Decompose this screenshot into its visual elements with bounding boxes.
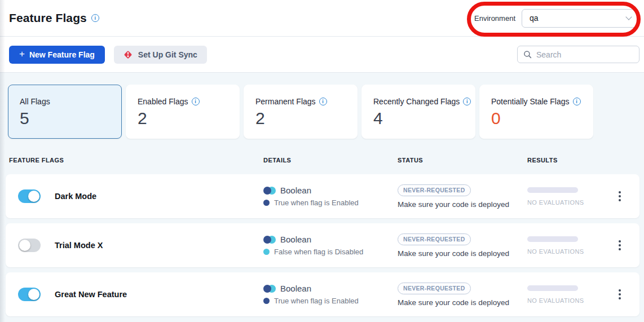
status-badge: NEVER-REQUESTED (398, 233, 471, 245)
flag-name[interactable]: Dark Mode (55, 192, 96, 201)
flag-toggle[interactable] (18, 189, 41, 203)
toolbar: + New Feature Flag Set Up Git Sync (0, 37, 644, 73)
page-header: Feature Flags Environment qa (0, 0, 644, 37)
status-cell: NEVER-REQUESTED Make sure your code is d… (398, 283, 527, 307)
flag-type: Boolean (263, 186, 398, 195)
page-title: Feature Flags (9, 11, 87, 25)
info-icon[interactable] (573, 98, 581, 105)
column-header-results: RESULTS (527, 157, 635, 164)
flag-name[interactable]: Great New Feature (55, 290, 127, 299)
stat-label: Permanent Flags (255, 97, 357, 106)
stat-value: 2 (255, 109, 357, 128)
value-dot-icon (263, 200, 270, 206)
status-text: Make sure your code is deployed (398, 298, 527, 307)
feature-flags-page: Feature Flags Environment qa + New Featu… (0, 0, 644, 322)
stat-card-permanent-flags[interactable]: Permanent Flags 2 (244, 85, 358, 139)
boolean-type-icon (263, 187, 276, 195)
flag-cell: Great New Feature (18, 288, 263, 301)
results-progress-bar (527, 187, 578, 193)
column-header-details: DETAILS (263, 157, 398, 164)
status-badge: NEVER-REQUESTED (398, 184, 471, 196)
stats-cards: All Flags 5 Enabled Flags 2 Permanent Fl… (8, 85, 644, 139)
search-icon (523, 50, 532, 59)
results-progress-bar (527, 285, 578, 291)
flag-toggle[interactable] (18, 239, 41, 252)
status-cell: NEVER-REQUESTED Make sure your code is d… (398, 233, 527, 258)
feature-flag-list: Dark Mode Boolean True when flag is Enab… (6, 174, 639, 316)
value-dot-icon (263, 249, 270, 255)
stat-value: 5 (20, 109, 121, 128)
details-cell: Boolean True when flag is Enabled (263, 186, 398, 207)
value-dot-icon (263, 298, 270, 304)
title-wrap: Feature Flags (9, 11, 99, 25)
stat-label: Enabled Flags (138, 97, 239, 106)
results-progress-bar (527, 236, 578, 242)
info-icon[interactable] (91, 14, 99, 22)
status-text: Make sure your code is deployed (398, 249, 527, 258)
flag-toggle[interactable] (18, 288, 41, 301)
table-row: Great New Feature Boolean True when flag… (6, 272, 639, 316)
flag-rule: False when flag is Disabled (263, 248, 398, 256)
flag-cell: Trial Mode X (18, 239, 263, 252)
boolean-type-icon (263, 285, 276, 293)
git-sync-label: Set Up Git Sync (138, 50, 197, 59)
status-badge: NEVER-REQUESTED (398, 283, 471, 294)
stat-value: 0 (491, 109, 593, 128)
info-icon[interactable] (192, 98, 200, 105)
flag-rule: True when flag is Enabled (263, 199, 398, 207)
search-input[interactable] (536, 50, 633, 59)
git-sync-button[interactable]: Set Up Git Sync (114, 46, 207, 64)
search-box (517, 46, 639, 63)
details-cell: Boolean True when flag is Enabled (263, 284, 398, 305)
table-row: Dark Mode Boolean True when flag is Enab… (6, 174, 639, 218)
stat-card-enabled-flags[interactable]: Enabled Flags 2 (126, 85, 240, 139)
environment-select[interactable]: qa (522, 9, 639, 28)
results-cell: NO EVALUATIONS (527, 236, 616, 255)
column-header-status: STATUS (398, 157, 527, 164)
stat-label: Potentially Stale Flags (491, 97, 593, 106)
flag-cell: Dark Mode (18, 189, 263, 203)
flag-rule: True when flag is Enabled (263, 297, 398, 305)
table-row: Trial Mode X Boolean False when flag is … (6, 223, 639, 267)
details-cell: Boolean False when flag is Disabled (263, 235, 398, 256)
boolean-type-icon (263, 236, 276, 244)
results-cell: NO EVALUATIONS (527, 285, 616, 304)
results-text: NO EVALUATIONS (527, 248, 616, 255)
column-header-feature-flags: FEATURE FLAGS (9, 157, 263, 164)
row-menu-kebab-icon[interactable] (616, 238, 624, 253)
results-text: NO EVALUATIONS (527, 297, 616, 304)
chevron-down-icon (625, 14, 632, 20)
environment-label: Environment (474, 14, 515, 23)
flag-type: Boolean (263, 284, 398, 293)
git-icon (123, 50, 133, 59)
stat-card-recently-changed-flags[interactable]: Recently Changed Flags 4 (361, 85, 475, 139)
info-icon[interactable] (319, 98, 327, 105)
environment-value: qa (530, 14, 539, 23)
row-menu-kebab-icon[interactable] (616, 189, 624, 204)
plus-icon: + (19, 48, 25, 60)
stat-value: 4 (373, 109, 475, 128)
toggle-knob (28, 289, 39, 300)
new-feature-flag-button[interactable]: + New Feature Flag (9, 46, 105, 64)
flag-name[interactable]: Trial Mode X (55, 241, 103, 250)
status-text: Make sure your code is deployed (398, 200, 527, 209)
table-header: FEATURE FLAGS DETAILS STATUS RESULTS (9, 157, 635, 164)
stat-value: 2 (138, 109, 239, 128)
stat-label: Recently Changed Flags (373, 97, 475, 106)
flag-type: Boolean (263, 235, 398, 244)
environment-picker: Environment qa (474, 9, 639, 28)
info-icon[interactable] (463, 98, 471, 105)
toggle-knob (19, 240, 30, 251)
stat-card-all-flags[interactable]: All Flags 5 (8, 85, 122, 139)
results-text: NO EVALUATIONS (527, 199, 616, 206)
new-feature-flag-label: New Feature Flag (29, 50, 95, 59)
stat-card-potentially-stale-flags[interactable]: Potentially Stale Flags 0 (479, 85, 593, 139)
status-cell: NEVER-REQUESTED Make sure your code is d… (398, 184, 527, 209)
stat-label: All Flags (20, 97, 121, 106)
toggle-knob (28, 191, 39, 202)
row-menu-kebab-icon[interactable] (616, 287, 624, 302)
results-cell: NO EVALUATIONS (527, 187, 616, 206)
